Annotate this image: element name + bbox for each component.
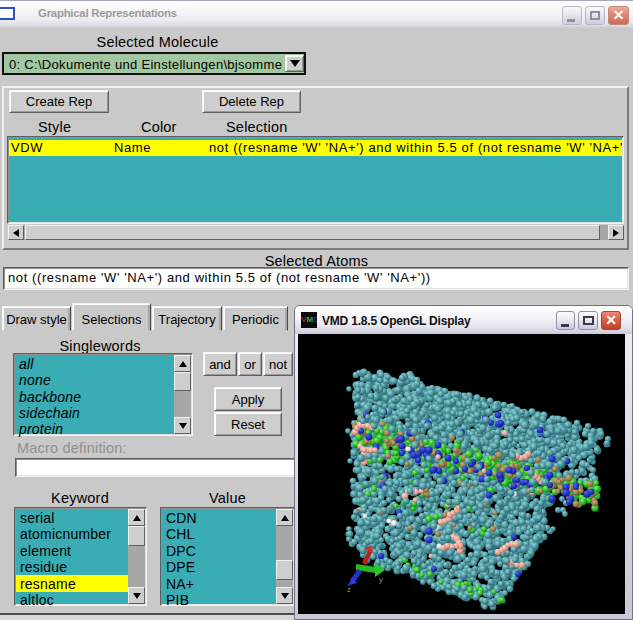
svg-text:z: z <box>347 585 351 594</box>
svg-text:y: y <box>379 575 383 584</box>
